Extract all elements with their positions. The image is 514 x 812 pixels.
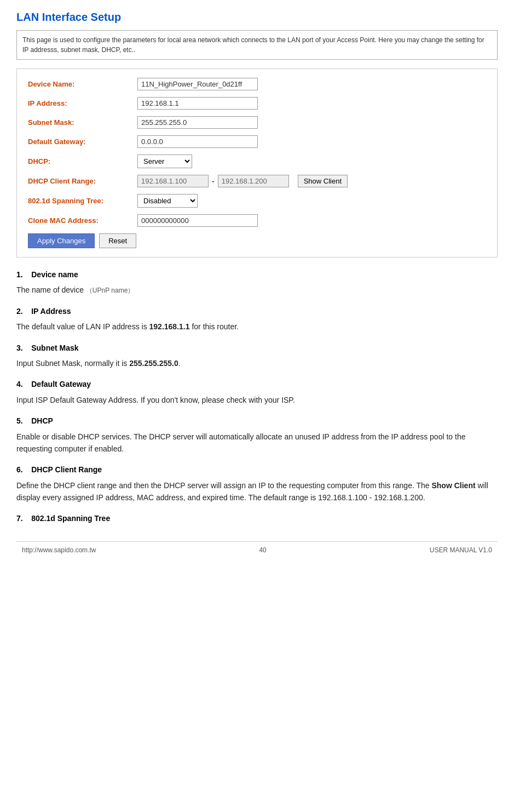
doc-title-1: Device name <box>31 270 78 279</box>
doc-num-1: 1. <box>16 270 31 279</box>
ip-address-input[interactable] <box>137 97 258 110</box>
dhcp-range-start-input[interactable] <box>137 175 209 187</box>
doc-heading-5: 5. DHCP <box>16 415 498 427</box>
doc-heading-6: 6. DHCP Client Range <box>16 464 498 476</box>
device-name-input[interactable] <box>137 78 258 90</box>
doc-title-7: 802.1d Spanning Tree <box>31 514 110 523</box>
doc-bold-subnet: 255.255.255.0 <box>129 359 178 368</box>
doc-num-2: 2. <box>16 307 31 316</box>
device-name-label: Device Name: <box>28 80 137 88</box>
footer-manual: USER MANUAL V1.0 <box>430 546 492 554</box>
dhcp-select[interactable]: Server Client Disabled <box>137 155 192 168</box>
doc-title-2: IP Address <box>31 307 71 316</box>
default-gateway-row: Default Gateway: <box>28 135 486 148</box>
doc-num-5: 5. <box>16 416 31 425</box>
doc-heading-2: 2. IP Address <box>16 305 498 317</box>
apply-changes-button[interactable]: Apply Changes <box>28 233 95 248</box>
clone-mac-row: Clone MAC Address: <box>28 214 486 227</box>
dhcp-label: DHCP: <box>28 157 137 165</box>
lan-setup-form: Device Name: IP Address: Subnet Mask: De… <box>16 68 498 258</box>
device-name-row: Device Name: <box>28 78 486 90</box>
spanning-tree-label: 802.1d Spanning Tree: <box>28 197 137 205</box>
ip-address-label: IP Address: <box>28 99 137 107</box>
doc-bold-ip: 192.168.1.1 <box>149 322 190 331</box>
subnet-mask-row: Subnet Mask: <box>28 116 486 129</box>
dhcp-client-range-row: DHCP Client Range: - Show Client <box>28 175 486 187</box>
doc-para-3: Input Subnet Mask, normally it is 255.25… <box>16 357 498 369</box>
dhcp-range-separator: - <box>212 177 215 186</box>
dhcp-range-end-input[interactable] <box>218 175 289 187</box>
doc-para-4: Input ISP Default Gateway Address. If yo… <box>16 394 498 406</box>
footer-url: http://www.sapido.com.tw <box>22 546 96 554</box>
doc-para-5: Enable or disable DHCP services. The DHC… <box>16 431 498 455</box>
subnet-mask-input[interactable] <box>137 116 258 129</box>
doc-para-1: The name of device （UPnP name） <box>16 284 498 296</box>
doc-heading-3: 3. Subnet Mask <box>16 342 498 354</box>
doc-title-5: DHCP <box>31 416 53 425</box>
doc-title-3: Subnet Mask <box>31 344 78 352</box>
page-title: LAN Interface Setup <box>16 11 498 24</box>
doc-heading-4: 4. Default Gateway <box>16 378 498 390</box>
page-footer: http://www.sapido.com.tw 40 USER MANUAL … <box>16 541 498 558</box>
dhcp-client-range-label: DHCP Client Range: <box>28 177 137 185</box>
doc-num-7: 7. <box>16 514 31 523</box>
spanning-tree-row: 802.1d Spanning Tree: Disabled Enabled <box>28 194 486 208</box>
doc-para-6: Define the DHCP client range and then th… <box>16 479 498 504</box>
default-gateway-input[interactable] <box>137 135 258 148</box>
dhcp-row: DHCP: Server Client Disabled <box>28 155 486 168</box>
doc-heading-7: 7. 802.1d Spanning Tree <box>16 512 498 524</box>
doc-para-2: The default value of LAN IP address is 1… <box>16 321 498 333</box>
page-description: This page is used to configure the param… <box>16 30 498 60</box>
doc-title-4: Default Gateway <box>31 380 91 388</box>
doc-bold-showclient: Show Client <box>431 481 475 490</box>
button-row: Apply Changes Reset <box>28 233 486 248</box>
doc-num-4: 4. <box>16 380 31 388</box>
dhcp-range-group: - Show Client <box>137 175 348 187</box>
footer-page-num: 40 <box>259 546 266 554</box>
doc-num-3: 3. <box>16 344 31 352</box>
subnet-mask-label: Subnet Mask: <box>28 118 137 127</box>
show-client-button[interactable]: Show Client <box>298 175 348 187</box>
doc-heading-1: 1. Device name <box>16 268 498 281</box>
reset-button[interactable]: Reset <box>99 233 136 248</box>
doc-num-6: 6. <box>16 465 31 474</box>
spanning-tree-select[interactable]: Disabled Enabled <box>137 194 198 208</box>
upnp-text: （UPnP name） <box>86 287 134 294</box>
ip-address-row: IP Address: <box>28 97 486 110</box>
clone-mac-label: Clone MAC Address: <box>28 216 137 225</box>
documentation-section: 1. Device name The name of device （UPnP … <box>16 268 498 525</box>
clone-mac-input[interactable] <box>137 214 258 227</box>
doc-title-6: DHCP Client Range <box>31 465 102 474</box>
default-gateway-label: Default Gateway: <box>28 138 137 146</box>
